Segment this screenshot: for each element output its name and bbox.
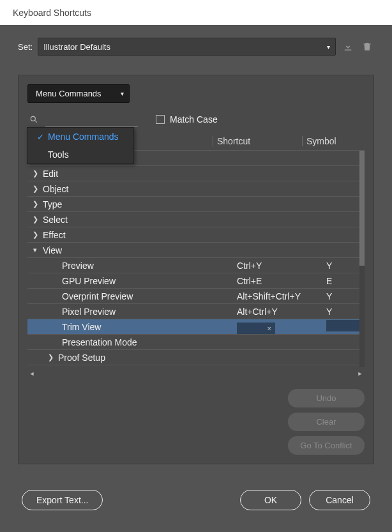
table-row[interactable]: GPU PreviewCtrl+EE bbox=[27, 273, 365, 289]
table-row[interactable]: ❯Select bbox=[27, 212, 365, 227]
row-name: GPU Preview bbox=[43, 276, 237, 286]
set-select[interactable]: Illustrator Defaults ▾ bbox=[38, 38, 336, 56]
set-row: Set: Illustrator Defaults ▾ bbox=[18, 38, 374, 56]
scroll-left-icon[interactable]: ◄ bbox=[27, 370, 36, 377]
dialog-footer: Export Text... OK Cancel bbox=[0, 477, 392, 532]
row-symbol[interactable] bbox=[326, 320, 365, 333]
row-name: Edit bbox=[43, 169, 365, 179]
save-set-button[interactable] bbox=[341, 40, 355, 54]
table-row[interactable]: Presentation Mode bbox=[27, 335, 365, 350]
table-body: ❯File❯Edit❯Object❯Type❯Select❯Effect▾Vie… bbox=[27, 150, 365, 367]
row-name: Overprint Preview bbox=[43, 291, 237, 301]
svg-point-0 bbox=[31, 116, 35, 121]
category-value: Menu Commands bbox=[36, 89, 102, 98]
match-case-checkbox[interactable] bbox=[156, 115, 165, 124]
chevron-right-icon[interactable]: ❯ bbox=[27, 231, 43, 239]
chevron-right-icon[interactable]: ❯ bbox=[27, 169, 43, 178]
scroll-right-icon[interactable]: ► bbox=[356, 370, 365, 377]
row-name: View bbox=[43, 245, 365, 255]
horizontal-scrollbar[interactable]: ◄ ► bbox=[27, 369, 365, 379]
table-row[interactable]: PreviewCtrl+YY bbox=[27, 258, 365, 273]
row-shortcut[interactable]: Ctrl+Y bbox=[237, 261, 326, 271]
set-value: Illustrator Defaults bbox=[43, 42, 110, 52]
delete-set-button[interactable] bbox=[360, 40, 374, 54]
search-row: Match Case bbox=[27, 112, 365, 127]
table-row[interactable]: ❯Effect bbox=[27, 227, 365, 243]
row-name: Effect bbox=[43, 230, 365, 240]
dropdown-item-tools[interactable]: Tools bbox=[27, 146, 133, 163]
table-row[interactable]: ❯Type bbox=[27, 197, 365, 212]
ok-button[interactable]: OK bbox=[240, 490, 301, 510]
keyboard-shortcuts-dialog: Keyboard Shortcuts Set: Illustrator Defa… bbox=[0, 0, 392, 532]
chevron-down-icon: ▾ bbox=[121, 90, 124, 97]
undo-button[interactable]: Undo bbox=[288, 389, 365, 407]
row-name: Proof Setup bbox=[58, 353, 365, 363]
row-symbol[interactable]: E bbox=[326, 276, 365, 286]
chevron-right-icon[interactable]: ❯ bbox=[27, 215, 43, 224]
chevron-right-icon[interactable]: ❯ bbox=[43, 353, 58, 361]
svg-line-1 bbox=[34, 120, 36, 122]
row-name: Presentation Mode bbox=[43, 337, 237, 347]
search-icon bbox=[27, 115, 40, 124]
row-symbol[interactable]: Y bbox=[326, 261, 365, 271]
table-row[interactable]: ❯Edit bbox=[27, 166, 365, 181]
vertical-scrollbar[interactable] bbox=[359, 151, 365, 367]
table-row[interactable]: ▾View bbox=[27, 243, 365, 258]
row-name: Trim View bbox=[43, 322, 237, 332]
chevron-right-icon[interactable]: ❯ bbox=[27, 200, 43, 208]
search-input[interactable] bbox=[45, 112, 138, 127]
row-name: Object bbox=[43, 184, 365, 194]
table-row[interactable]: Overprint PreviewAlt+Shift+Ctrl+YY bbox=[27, 289, 365, 304]
titlebar: Keyboard Shortcuts bbox=[0, 0, 392, 25]
row-name: Select bbox=[43, 215, 365, 225]
chevron-down-icon[interactable]: ▾ bbox=[27, 246, 43, 254]
row-name: Pixel Preview bbox=[43, 307, 237, 317]
category-dropdown-menu: Menu Commands Tools bbox=[27, 127, 134, 164]
download-icon bbox=[342, 41, 354, 52]
scroll-thumb[interactable] bbox=[359, 151, 365, 266]
row-symbol[interactable]: Y bbox=[326, 307, 365, 317]
match-case-label: Match Case bbox=[170, 114, 218, 125]
table-row[interactable]: ❯Proof Setup bbox=[27, 350, 365, 365]
header-symbol[interactable]: Symbol bbox=[302, 136, 353, 146]
cancel-button[interactable]: Cancel bbox=[309, 490, 370, 510]
category-dropdown-button[interactable]: Menu Commands ▾ bbox=[27, 84, 130, 103]
set-label: Set: bbox=[18, 42, 33, 52]
dropdown-item-menu-commands[interactable]: Menu Commands bbox=[27, 128, 133, 146]
row-shortcut[interactable]: × bbox=[237, 320, 326, 334]
trash-icon bbox=[361, 41, 373, 52]
row-name: Type bbox=[43, 199, 365, 209]
clear-button[interactable]: Clear bbox=[288, 413, 365, 431]
chevron-down-icon: ▾ bbox=[327, 43, 330, 50]
header-shortcut[interactable]: Shortcut bbox=[213, 136, 302, 146]
export-text-button[interactable]: Export Text... bbox=[22, 490, 103, 510]
row-shortcut[interactable]: Alt+Ctrl+Y bbox=[237, 307, 326, 317]
dialog-content: Set: Illustrator Defaults ▾ Menu Command… bbox=[0, 25, 392, 477]
goto-conflict-button[interactable]: Go To Conflict bbox=[288, 436, 365, 455]
table-row[interactable]: ❯Object bbox=[27, 181, 365, 197]
row-shortcut[interactable]: Ctrl+E bbox=[237, 276, 326, 286]
clear-icon[interactable]: × bbox=[268, 324, 271, 332]
row-name: Preview bbox=[43, 261, 237, 271]
chevron-right-icon[interactable]: ❯ bbox=[27, 185, 43, 193]
row-symbol[interactable]: Y bbox=[326, 291, 365, 301]
action-buttons: Undo Clear Go To Conflict bbox=[27, 389, 365, 455]
row-shortcut[interactable]: Alt+Shift+Ctrl+Y bbox=[237, 291, 326, 301]
table-row[interactable]: Trim View× bbox=[27, 319, 365, 335]
dialog-title: Keyboard Shortcuts bbox=[13, 8, 91, 18]
table-row[interactable]: Pixel PreviewAlt+Ctrl+YY bbox=[27, 304, 365, 319]
check-icon bbox=[33, 132, 48, 142]
